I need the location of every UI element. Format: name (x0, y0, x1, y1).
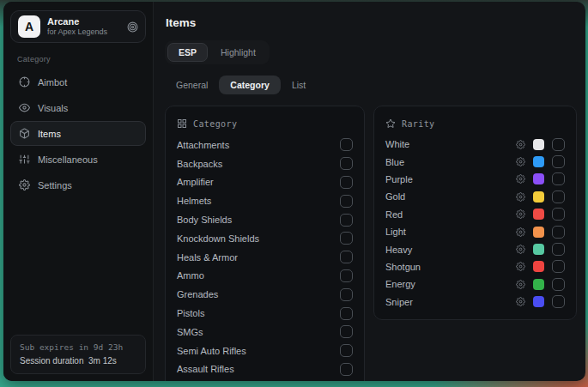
category-row: LMGs (177, 378, 353, 381)
gear-icon[interactable] (516, 174, 525, 184)
category-row: Pistols (177, 304, 353, 323)
gear-icon[interactable] (516, 297, 525, 306)
app-subtitle: for Apex Legends (47, 27, 120, 37)
rarity-row: Energy (385, 275, 565, 293)
rarity-checkbox[interactable] (552, 278, 565, 291)
category-checkbox[interactable] (340, 363, 353, 376)
rarity-checkbox[interactable] (552, 208, 565, 221)
category-checkbox[interactable] (340, 325, 353, 338)
rarity-checkbox[interactable] (552, 226, 565, 239)
page-title: Items (166, 16, 577, 29)
color-swatch[interactable] (533, 261, 544, 272)
gear-icon[interactable] (516, 157, 525, 166)
category-checkbox[interactable] (340, 307, 353, 320)
gear-icon[interactable] (516, 262, 525, 271)
rarity-checkbox[interactable] (552, 295, 565, 308)
rarity-row: Shotgun (385, 258, 565, 275)
rarity-checkbox[interactable] (552, 138, 565, 151)
eye-icon (19, 102, 30, 113)
color-swatch[interactable] (533, 296, 544, 307)
rarity-panel: Rarity WhiteBluePurpleGoldRedLightHeavyS… (373, 106, 577, 320)
rarity-row: Red (385, 206, 565, 223)
category-row-label: Semi Auto Rifles (177, 346, 340, 356)
gear-icon[interactable] (516, 209, 525, 219)
color-swatch[interactable] (533, 139, 544, 150)
category-checkbox[interactable] (340, 344, 353, 357)
color-swatch[interactable] (533, 244, 544, 255)
rarity-row: Light (385, 223, 565, 240)
rarity-row-label: Energy (385, 279, 508, 289)
sidebar-nav: AimbotVisualsItemsMiscellaneousSettings (10, 70, 146, 197)
rarity-row: Purple (385, 171, 565, 188)
app-title: Arcane (47, 16, 120, 28)
target-icon[interactable] (127, 21, 138, 33)
category-row-label: Backpacks (177, 159, 340, 169)
category-checkbox[interactable] (340, 157, 353, 170)
category-row: Body Shields (177, 210, 353, 229)
category-row: Heals & Armor (177, 248, 353, 267)
color-swatch[interactable] (533, 227, 544, 238)
category-checkbox[interactable] (340, 269, 353, 282)
sidebar-item-miscellaneous[interactable]: Miscellaneous (10, 147, 146, 172)
rarity-row-label: White (385, 139, 508, 149)
rarity-checkbox[interactable] (552, 172, 565, 185)
sidebar-item-aimbot[interactable]: Aimbot (10, 70, 146, 94)
tab-general[interactable]: General (165, 76, 219, 94)
mode-highlight[interactable]: Highlight (209, 43, 267, 62)
color-swatch[interactable] (533, 156, 544, 167)
color-swatch[interactable] (533, 173, 544, 184)
app-logo: A (18, 15, 40, 38)
rarity-checkbox[interactable] (552, 260, 565, 273)
gear-icon (19, 179, 30, 190)
category-row-label: SMGs (177, 327, 340, 337)
profile-card: A Arcane for Apex Legends (10, 10, 146, 43)
category-row: Semi Auto Rifles (177, 342, 353, 360)
category-checkbox[interactable] (340, 176, 353, 189)
gear-icon[interactable] (516, 192, 525, 202)
category-checkbox[interactable] (340, 195, 353, 208)
app-window: A Arcane for Apex Legends Category Aimbo… (3, 2, 585, 381)
color-swatch[interactable] (533, 279, 544, 290)
category-panel-title: Category (193, 119, 237, 129)
category-row: Backpacks (177, 154, 353, 173)
sliders-icon (19, 154, 30, 165)
sidebar-item-settings[interactable]: Settings (10, 172, 146, 197)
category-row: SMGs (177, 323, 353, 342)
category-row: Helmets (177, 191, 353, 210)
category-row: Ammo (177, 267, 353, 286)
rarity-row-label: Sniper (385, 297, 508, 307)
category-checkbox[interactable] (340, 232, 353, 245)
sidebar-item-label: Items (38, 129, 61, 139)
sidebar-item-items[interactable]: Items (10, 121, 146, 146)
category-checkbox[interactable] (340, 288, 353, 301)
rarity-checkbox[interactable] (552, 190, 565, 203)
sidebar-item-visuals[interactable]: Visuals (10, 95, 146, 120)
category-checkbox[interactable] (340, 138, 353, 151)
rarity-checkbox[interactable] (552, 243, 565, 256)
category-row-label: Heals & Armor (177, 252, 340, 263)
category-checkbox[interactable] (340, 214, 353, 227)
mode-esp[interactable]: ESP (167, 43, 208, 62)
color-swatch[interactable] (533, 209, 544, 220)
sidebar: A Arcane for Apex Legends Category Aimbo… (3, 2, 154, 381)
gear-icon[interactable] (516, 140, 525, 149)
tab-category[interactable]: Category (219, 76, 281, 94)
category-checkbox[interactable] (340, 251, 353, 263)
color-swatch[interactable] (533, 191, 544, 203)
mode-toggle: ESPHighlight (165, 40, 270, 64)
gear-icon[interactable] (516, 280, 525, 289)
rarity-row: Heavy (385, 240, 565, 257)
rarity-checkbox[interactable] (552, 155, 565, 168)
session-card: Sub expires in 9d 23h Session duration 3… (10, 335, 146, 374)
rarity-row-label: Gold (385, 191, 508, 202)
category-row: Grenades (177, 285, 353, 304)
grid-icon (177, 118, 187, 129)
category-row-label: Pistols (177, 308, 340, 318)
tab-list[interactable]: List (281, 76, 317, 94)
crosshair-icon (19, 76, 30, 88)
gear-icon[interactable] (516, 227, 525, 237)
sidebar-item-label: Settings (38, 180, 72, 190)
sidebar-section-label: Category (17, 55, 146, 63)
gear-icon[interactable] (516, 245, 525, 254)
category-row-label: Helmets (177, 196, 340, 206)
